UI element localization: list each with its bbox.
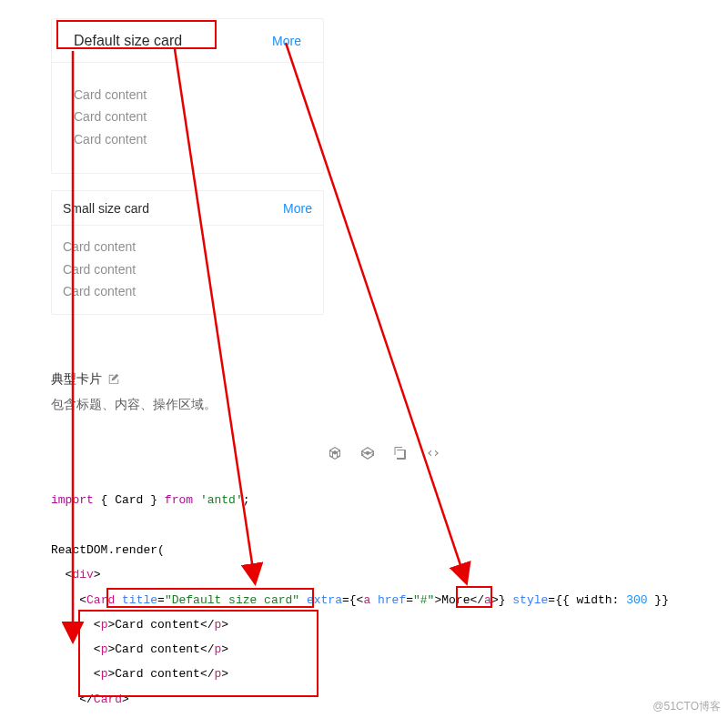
code-token: > bbox=[221, 667, 228, 681]
card-head: Small size card More bbox=[52, 191, 323, 226]
code-token: ReactDOM bbox=[51, 543, 107, 557]
code-token: "Default size card" bbox=[165, 593, 299, 607]
section-title-row: 典型卡片 bbox=[51, 371, 677, 388]
code-token: Card bbox=[94, 693, 122, 706]
code-token: < bbox=[79, 593, 86, 607]
code-token: > bbox=[94, 568, 101, 581]
code-token: < bbox=[94, 667, 101, 681]
card-content-line: Card content bbox=[63, 237, 312, 257]
card-content-line: Card content bbox=[74, 85, 301, 105]
section-desc: 包含标题、内容、操作区域。 bbox=[51, 397, 677, 413]
code-token: > bbox=[491, 593, 499, 607]
code-token: div bbox=[72, 568, 93, 581]
card-content-line: Card content bbox=[63, 281, 312, 301]
code-token: </ bbox=[200, 642, 215, 656]
card-content-line: Card content bbox=[74, 129, 301, 149]
watermark: @51CTO博客 bbox=[652, 699, 721, 714]
code-toggle-icon[interactable] bbox=[426, 446, 440, 460]
card-title: Default size card bbox=[74, 33, 182, 49]
code-token: </ bbox=[79, 693, 94, 706]
code-token: "#" bbox=[413, 593, 434, 607]
code-token: Card bbox=[115, 493, 143, 507]
code-token: > bbox=[221, 642, 228, 656]
section-title: 典型卡片 bbox=[51, 371, 102, 388]
code-token: = bbox=[548, 593, 555, 607]
code-token: 'antd' bbox=[200, 493, 243, 507]
code-token: ; bbox=[243, 493, 250, 507]
code-token: } bbox=[499, 593, 506, 607]
code-token: </ bbox=[200, 618, 215, 632]
default-size-card: Default size card More Card content Card… bbox=[51, 18, 324, 174]
code-token: More bbox=[441, 593, 470, 607]
codepen-icon[interactable] bbox=[360, 446, 375, 460]
code-token: { bbox=[94, 493, 115, 507]
code-token: a bbox=[484, 593, 491, 607]
code-token: > bbox=[122, 693, 129, 706]
code-token: href bbox=[370, 593, 406, 607]
code-token: </ bbox=[470, 593, 484, 607]
code-token: } bbox=[143, 493, 164, 507]
code-token: < bbox=[94, 642, 101, 656]
code-token: = bbox=[157, 593, 165, 607]
card-head: Default size card More bbox=[52, 19, 323, 63]
code-token: > bbox=[221, 618, 228, 632]
code-token: Card content bbox=[115, 667, 200, 681]
code-token: 300 bbox=[626, 593, 647, 607]
edit-icon[interactable] bbox=[107, 373, 120, 386]
code-token: < bbox=[94, 618, 101, 632]
card-title: Small size card bbox=[63, 201, 149, 216]
code-actions bbox=[51, 446, 677, 460]
code-token: {{ width: bbox=[555, 593, 626, 607]
code-token: extra bbox=[299, 593, 342, 607]
card-body: Card content Card content Card content bbox=[52, 63, 323, 173]
card-content-line: Card content bbox=[63, 259, 312, 279]
small-size-card: Small size card More Card content Card c… bbox=[51, 190, 324, 315]
code-block: import { Card } from 'antd'; ReactDOM.re… bbox=[51, 488, 677, 712]
code-token: = bbox=[406, 593, 413, 607]
code-token: Card bbox=[86, 593, 115, 607]
card-body: Card content Card content Card content bbox=[52, 226, 323, 314]
code-token: .render( bbox=[107, 543, 164, 557]
code-token: Card content bbox=[115, 642, 200, 656]
codesandbox-icon[interactable] bbox=[328, 446, 342, 460]
more-link[interactable]: More bbox=[283, 201, 312, 216]
more-link[interactable]: More bbox=[272, 34, 301, 48]
code-token: Card content bbox=[115, 618, 200, 632]
copy-icon[interactable] bbox=[393, 446, 408, 460]
code-token: = bbox=[342, 593, 349, 607]
code-token: import bbox=[51, 493, 94, 507]
code-token: style bbox=[506, 593, 549, 607]
card-content-line: Card content bbox=[74, 106, 301, 126]
code-token: title bbox=[122, 593, 157, 607]
code-token: from bbox=[165, 493, 193, 507]
code-token: }} bbox=[648, 593, 669, 607]
code-token: { bbox=[349, 593, 357, 607]
page-container: Default size card More Card content Card… bbox=[0, 0, 728, 712]
code-token: </ bbox=[200, 667, 215, 681]
